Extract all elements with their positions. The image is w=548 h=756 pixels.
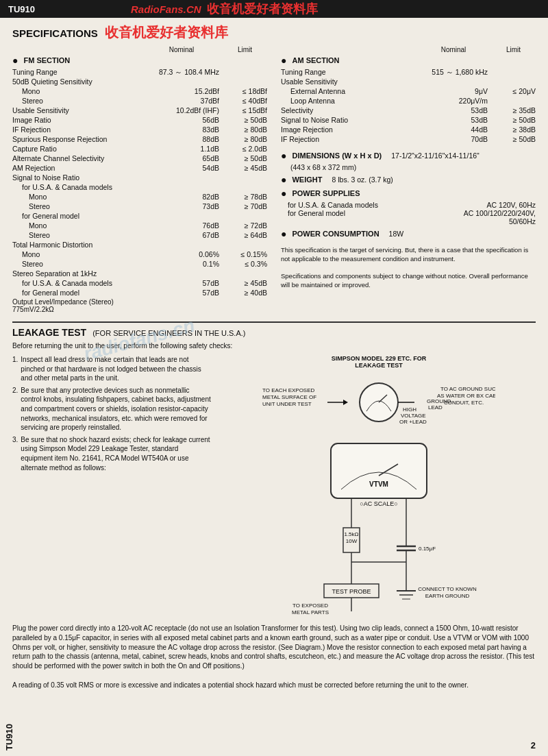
power-usa-row: for U.S.A. & Canada models AC 120V, 60Hz <box>281 201 536 209</box>
main-content: SPECIFICATIONS 收音机爱好者资料库 Nominal Limit ●… <box>0 18 548 696</box>
svg-text:UNIT UNDER TEST: UNIT UNDER TEST <box>262 401 312 407</box>
fm-usa-stereo: Stereo 73dB ≥ 70dB <box>12 202 267 212</box>
am-image-rejection: Image Rejection 44dB ≥ 38dB <box>281 125 536 135</box>
svg-marker-4 <box>343 400 348 405</box>
model-label: TU910 <box>8 4 35 14</box>
svg-text:○AC SCALE○: ○AC SCALE○ <box>360 500 397 507</box>
fm-gen-stereo: Stereo 67dB ≥ 64dB <box>12 231 267 241</box>
svg-text:EARTH GROUND: EARTH GROUND <box>425 593 470 599</box>
leakage-diagram-column: SIMPSON MODEL 229 ETC. FORLEAKAGE TEST T… <box>222 355 536 618</box>
fm-limit-header: Limit <box>223 46 267 53</box>
footer-model-left: TU910 <box>4 724 14 751</box>
svg-text:METAL PARTS: METAL PARTS <box>292 609 329 615</box>
circuit-top-svg: TO EACH EXPOSED METAL SURFACE OF UNIT UN… <box>262 371 495 440</box>
fm-sep-usa: for U.S.A. & Canada models 57dB ≥ 45dB <box>12 279 267 289</box>
fm-gen-mono: Mono 76dB ≥ 72dB <box>12 221 267 231</box>
svg-text:METAL SURFACE OF: METAL SURFACE OF <box>262 394 316 400</box>
fm-nominal-header: Nominal <box>140 46 223 53</box>
spec-title: SPECIFICATIONS <box>12 27 98 39</box>
am-loop-antenna: Loop Antenna 220μV/m <box>281 97 536 106</box>
fm-am-rejection: AM Rejection 54dB ≥ 45dB <box>12 164 267 173</box>
fm-mono: Mono 15.2dBf ≤ 18dBf <box>12 87 267 97</box>
am-selectivity: Selectivity 53dB ≥ 35dB <box>281 106 536 116</box>
fm-50db-quieting: 50dB Quieting Sensitivity <box>12 77 267 87</box>
fm-spurious: Spurious Response Rejection 88dB ≥ 80dB <box>12 135 267 145</box>
diagram-title: SIMPSON MODEL 229 ETC. FORLEAKAGE TEST <box>222 355 536 369</box>
weight-section: ● WEIGHT 8 lbs. 3 oz. (3.7 kg) <box>281 174 536 185</box>
am-snr: Signal to Noise Ratio 53dB ≥ 50dB <box>281 116 536 125</box>
svg-text:CONDUIT, ETC.: CONDUIT, ETC. <box>444 400 484 406</box>
svg-text:VOLTAGE: VOLTAGE <box>401 413 426 419</box>
spec-title-chinese: 收音机爱好者资料库 <box>105 23 228 42</box>
am-ext-antenna: External Antenna 9μV ≤ 20μV <box>281 87 536 97</box>
dimensions-mm: (443 x 68 x 372 mm) <box>281 163 536 171</box>
svg-text:TEST PROBE: TEST PROBE <box>332 588 371 595</box>
fm-sep-label: Stereo Separation at 1kHz <box>12 269 267 279</box>
leakage-title: LEAKAGE TEST <box>12 327 86 338</box>
fm-tuning-range: Tuning Range 87.3 ～ 108.4 MHz <box>12 68 267 77</box>
fm-general-label: for General model <box>12 212 267 221</box>
footer-page-number: 2 <box>531 740 536 751</box>
leakage-text-column: 1. Inspect all lead dress to make certai… <box>12 355 211 618</box>
svg-text:LEAD: LEAD <box>428 404 443 411</box>
leakage-subtitle: (FOR SERVICE ENGINEERS IN THE U.S.A.) <box>92 329 245 337</box>
am-limit-header: Limit <box>491 46 536 53</box>
leakage-paragraph1: Plug the power cord directly into a 120-… <box>12 624 536 690</box>
svg-text:OR +LEAD: OR +LEAD <box>399 419 427 425</box>
fm-section: Nominal Limit ● FM SECTION Tuning Range … <box>12 46 267 313</box>
am-nominal-header: Nominal <box>416 46 491 53</box>
svg-text:1.5kΩ: 1.5kΩ <box>344 531 358 537</box>
am-section: Nominal Limit ● AM SECTION Tuning Range … <box>281 46 536 313</box>
leakage-paragraph2: A reading of 0.35 volt RMS or more is ex… <box>12 681 536 690</box>
svg-text:VTVM: VTVM <box>369 480 388 488</box>
svg-rect-16 <box>331 443 427 498</box>
chinese-subtitle: 收音机爱好者资料库 <box>207 1 318 17</box>
leakage-step-3: 3. Be sure that no shock hazard exists; … <box>12 435 211 472</box>
fm-section-header: ● FM SECTION <box>12 55 267 66</box>
brand-label: RadioFans.CN <box>131 3 201 15</box>
fm-output: Output Level/Impedance (Stereo) 775mV/2.… <box>12 298 267 313</box>
svg-text:TO EXPOSED: TO EXPOSED <box>292 602 328 609</box>
header: TU910 RadioFans.CN 收音机爱好者资料库 <box>0 0 548 18</box>
fm-snr-label: Signal to Noise Ratio <box>12 173 267 183</box>
fm-usable-sensitivity: Usable Sensitivity 10.2dBf (IHF) ≤ 15dBf <box>12 106 267 116</box>
leakage-step-1: 1. Inspect all lead dress to make certai… <box>12 355 211 383</box>
fm-thd-stereo: Stereo 0.1% ≤ 0.3% <box>12 260 267 269</box>
svg-text:AS WATER OR BX CABLE,: AS WATER OR BX CABLE, <box>437 393 495 399</box>
page: TU910 RadioFans.CN 收音机爱好者资料库 radiofans.c… <box>0 0 548 756</box>
fm-usa-mono: Mono 82dB ≥ 78dB <box>12 193 267 202</box>
leakage-step-2: 2. Be sure that any protective devices s… <box>12 386 211 432</box>
fm-thd-label: Total Harmonic Distortion <box>12 241 267 250</box>
svg-text:TO AC GROUND SUCH: TO AC GROUND SUCH <box>440 386 495 392</box>
fm-thd-mono: Mono 0.06% ≤ 0.15% <box>12 250 267 260</box>
circuit-bottom-svg: VTVM ○AC SCALE○ 1.5kΩ 10W <box>262 440 495 618</box>
fm-if-rejection: IF Rejection 83dB ≥ 80dB <box>12 125 267 135</box>
power-consumption-section: ● POWER CONSUMPTION 18W <box>281 228 536 239</box>
svg-text:10W: 10W <box>346 538 358 544</box>
am-if-rejection: IF Rejection 70dB ≥ 50dB <box>281 135 536 145</box>
leakage-section: LEAKAGE TEST (FOR SERVICE ENGINEERS IN T… <box>12 321 536 690</box>
svg-text:TO EACH EXPOSED: TO EACH EXPOSED <box>262 387 315 393</box>
svg-text:0.15μF: 0.15μF <box>419 546 436 552</box>
fm-stereo: Stereo 37dBf ≤ 40dBf <box>12 97 267 106</box>
am-section-header: ● AM SECTION <box>281 55 536 66</box>
am-tuning-range: Tuning Range 515 ～ 1,680 kHz <box>281 68 536 77</box>
fm-image-ratio: Image Ratio 56dB ≥ 50dB <box>12 116 267 125</box>
svg-text:CONNECT TO KNOWN: CONNECT TO KNOWN <box>418 586 477 592</box>
fm-usa-canada: for U.S.A. & Canada models <box>12 183 267 193</box>
leakage-columns: 1. Inspect all lead dress to make certai… <box>12 355 536 618</box>
svg-text:HIGH: HIGH <box>403 406 416 413</box>
am-usable-sensitivity: Usable Sensitivity <box>281 77 536 87</box>
specs-columns: Nominal Limit ● FM SECTION Tuning Range … <box>12 46 536 313</box>
note-text: This specification is the target of serv… <box>281 246 536 290</box>
fm-capture-ratio: Capture Ratio 1.1dB ≤ 2.0dB <box>12 145 267 154</box>
power-supplies-section: ● POWER SUPPLIES for U.S.A. & Canada mod… <box>281 188 536 225</box>
power-general-row: for General model AC 100/120/220/240V, <box>281 209 536 217</box>
fm-alt-channel: Alternate Channel Selectivity 65dB ≥ 50d… <box>12 154 267 164</box>
leakage-steps: 1. Inspect all lead dress to make certai… <box>12 355 211 472</box>
fm-sep-gen: for General model 57dB ≥ 40dB <box>12 289 267 298</box>
leakage-intro: Before returning the unit to the user, p… <box>12 342 536 350</box>
dimensions-section: ● DIMENSIONS (W x H x D) 17-1/2"x2-11/16… <box>281 150 536 171</box>
